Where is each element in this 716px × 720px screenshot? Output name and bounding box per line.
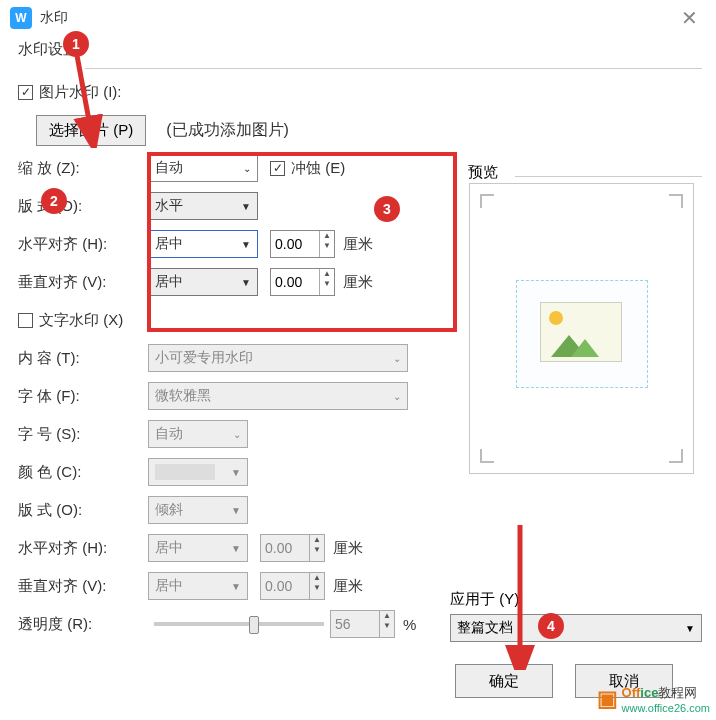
size-select: 自动 ⌄ — [148, 420, 248, 448]
caret-down-icon: ▼ — [231, 543, 241, 554]
img-valign-label: 垂直对齐 (V): — [18, 273, 148, 292]
txt-valign-offset-input — [261, 573, 309, 599]
txt-halign-offset-spinner: ▲▼ — [260, 534, 325, 562]
ok-button[interactable]: 确定 — [455, 664, 553, 698]
select-image-button[interactable]: 选择图片 (P) — [36, 115, 146, 146]
annotation-marker-4: 4 — [538, 613, 564, 639]
txt-valign-value: 居中 — [155, 577, 183, 595]
img-layout-value: 水平 — [155, 197, 183, 215]
size-label: 字 号 (S): — [18, 425, 148, 444]
crop-corner-icon — [669, 194, 683, 208]
chevron-down-icon: ⌄ — [393, 353, 401, 364]
text-watermark-checkbox[interactable] — [18, 313, 33, 328]
txt-layout-select: 倾斜 ▼ — [148, 496, 248, 524]
branding-watermark: ▣ Office教程网 www.office26.com — [597, 684, 710, 714]
image-watermark-checkbox[interactable]: ✓ — [18, 85, 33, 100]
spin-down-icon: ▼ — [380, 621, 394, 631]
logo-icon: ▣ — [597, 686, 618, 712]
txt-halign-select: 居中 ▼ — [148, 534, 248, 562]
erode-checkbox[interactable]: ✓ — [270, 161, 285, 176]
unit-cm: 厘米 — [333, 577, 363, 596]
txt-valign-label: 垂直对齐 (V): — [18, 577, 148, 596]
close-icon[interactable]: ✕ — [673, 6, 706, 30]
txt-halign-label: 水平对齐 (H): — [18, 539, 148, 558]
preview-label: 预览 — [468, 163, 498, 182]
color-label: 颜 色 (C): — [18, 463, 148, 482]
caret-down-icon: ▼ — [241, 277, 251, 288]
img-halign-label: 水平对齐 (H): — [18, 235, 148, 254]
caret-down-icon: ▼ — [231, 505, 241, 516]
txt-layout-label: 版 式 (O): — [18, 501, 148, 520]
unit-cm: 厘米 — [333, 539, 363, 558]
window-title: 水印 — [40, 9, 68, 27]
color-swatch — [155, 464, 215, 480]
image-selected-status: (已成功添加图片) — [166, 120, 289, 141]
spin-down-icon: ▼ — [310, 545, 324, 555]
spin-down-icon[interactable]: ▼ — [320, 241, 334, 251]
chevron-down-icon: ⌄ — [243, 163, 251, 174]
annotation-marker-3: 3 — [374, 196, 400, 222]
zoom-label: 缩 放 (Z): — [18, 159, 148, 178]
spin-down-icon[interactable]: ▼ — [320, 279, 334, 289]
percent-sign: % — [403, 616, 416, 633]
img-valign-select[interactable]: 居中 ▼ — [148, 268, 258, 296]
unit-cm: 厘米 — [343, 235, 373, 254]
settings-group-label: 水印设置 — [0, 36, 716, 69]
apply-to-label: 应用于 (Y): — [450, 590, 523, 609]
spin-up-icon[interactable]: ▲ — [320, 231, 334, 241]
caret-down-icon: ▼ — [241, 201, 251, 212]
opacity-slider — [154, 622, 324, 626]
img-layout-select[interactable]: 水平 ▼ — [148, 192, 258, 220]
annotation-marker-1: 1 — [63, 31, 89, 57]
zoom-select[interactable]: 自动 ⌄ — [148, 154, 258, 182]
chevron-down-icon: ⌄ — [233, 429, 241, 440]
img-halign-offset-spinner[interactable]: ▲▼ — [270, 230, 335, 258]
spin-down-icon: ▼ — [310, 583, 324, 593]
txt-valign-select: 居中 ▼ — [148, 572, 248, 600]
size-value: 自动 — [155, 425, 183, 443]
spin-up-icon: ▲ — [310, 535, 324, 545]
preview-panel — [469, 183, 694, 474]
opacity-input — [331, 611, 379, 637]
divider — [515, 176, 702, 177]
branding-url: www.office26.com — [622, 702, 710, 714]
image-watermark-label: 图片水印 (I): — [39, 83, 122, 102]
image-placeholder-icon — [540, 302, 622, 362]
txt-valign-offset-spinner: ▲▼ — [260, 572, 325, 600]
img-valign-offset-input[interactable] — [271, 269, 319, 295]
crop-corner-icon — [669, 449, 683, 463]
img-valign-value: 居中 — [155, 273, 183, 291]
spin-up-icon[interactable]: ▲ — [320, 269, 334, 279]
img-halign-select[interactable]: 居中 ▼ — [148, 230, 258, 258]
chevron-down-icon: ⌄ — [393, 391, 401, 402]
crop-corner-icon — [480, 194, 494, 208]
opacity-label: 透明度 (R): — [18, 615, 148, 634]
caret-down-icon: ▼ — [231, 581, 241, 592]
font-label: 字 体 (F): — [18, 387, 148, 406]
img-halign-value: 居中 — [155, 235, 183, 253]
img-layout-label: 版 式 (O): — [18, 197, 148, 216]
apply-to-value: 整篇文档 — [457, 619, 513, 637]
txt-halign-value: 居中 — [155, 539, 183, 557]
color-select: ▼ — [148, 458, 248, 486]
crop-corner-icon — [480, 449, 494, 463]
text-watermark-label: 文字水印 (X) — [39, 311, 123, 330]
content-label: 内 容 (T): — [18, 349, 148, 368]
img-valign-offset-spinner[interactable]: ▲▼ — [270, 268, 335, 296]
caret-down-icon: ▼ — [241, 239, 251, 250]
caret-down-icon: ▼ — [231, 467, 241, 478]
slider-thumb — [249, 616, 259, 634]
annotation-marker-2: 2 — [41, 188, 67, 214]
spin-up-icon: ▲ — [310, 573, 324, 583]
opacity-spinner: ▲▼ — [330, 610, 395, 638]
caret-down-icon: ▼ — [685, 623, 695, 634]
font-value: 微软雅黑 — [155, 387, 211, 405]
txt-halign-offset-input — [261, 535, 309, 561]
content-select: 小可爱专用水印 ⌄ — [148, 344, 408, 372]
txt-layout-value: 倾斜 — [155, 501, 183, 519]
divider — [85, 68, 702, 69]
apply-to-select[interactable]: 整篇文档 ▼ — [450, 614, 702, 642]
img-halign-offset-input[interactable] — [271, 231, 319, 257]
unit-cm: 厘米 — [343, 273, 373, 292]
font-select: 微软雅黑 ⌄ — [148, 382, 408, 410]
